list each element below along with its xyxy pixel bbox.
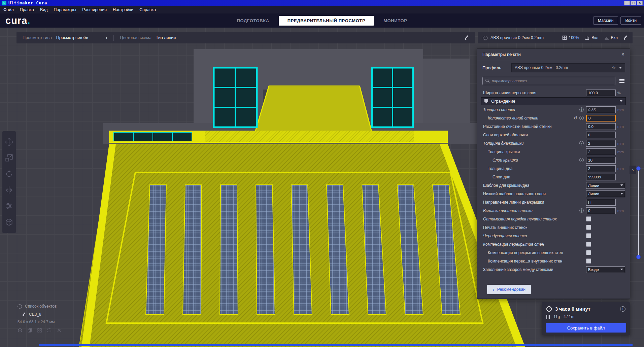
- setting-checkbox[interactable]: [586, 250, 591, 255]
- scale-tool-icon[interactable]: [5, 153, 13, 162]
- multiply-object-icon[interactable]: [37, 328, 42, 333]
- support-blocker-tool-icon[interactable]: [5, 218, 13, 227]
- setting-input[interactable]: [ ]: [586, 199, 616, 206]
- favorite-profile-icon[interactable]: ☆: [612, 65, 616, 70]
- close-window-button[interactable]: ×: [637, 1, 643, 5]
- maximize-button[interactable]: □: [631, 1, 636, 5]
- setting-input[interactable]: 100.0: [586, 90, 616, 96]
- recommended-mode-button[interactable]: ‹ Рекомендован: [487, 285, 531, 294]
- layer-slider[interactable]: [636, 166, 641, 259]
- info-icon[interactable]: i: [579, 141, 584, 145]
- move-tool-icon[interactable]: [5, 138, 13, 146]
- setting-input[interactable]: 10: [586, 157, 616, 164]
- per-model-settings-tool-icon[interactable]: [5, 202, 13, 210]
- highlighted-window-right: [372, 68, 413, 127]
- material-usage: 11g · 4.11m: [553, 314, 574, 319]
- marketplace-button[interactable]: Магазин: [593, 16, 618, 25]
- job-info-icon[interactable]: i: [620, 306, 625, 312]
- app-header: cura. ПОДГОТОВКАПРЕДВАРИТЕЛЬНЫЙ ПРОСМОТР…: [0, 13, 644, 28]
- search-input[interactable]: параметры поиска: [482, 77, 615, 85]
- model-top-band: [109, 131, 448, 143]
- layer-slider-track[interactable]: [638, 169, 639, 256]
- setting-select[interactable]: Линии: [586, 182, 625, 189]
- setting-input[interactable]: 0: [586, 207, 616, 214]
- setting-select[interactable]: Линии: [586, 190, 625, 197]
- edit-view-icon[interactable]: [464, 35, 469, 40]
- setting-input[interactable]: 2: [586, 140, 616, 147]
- menu-item-5[interactable]: Настройки: [113, 7, 133, 12]
- delete-object-icon[interactable]: [57, 328, 62, 333]
- input-value: 2: [588, 167, 590, 171]
- setting-checkbox[interactable]: [586, 258, 591, 264]
- object-list-header[interactable]: Список объектов: [18, 304, 62, 309]
- info-icon[interactable]: i: [579, 208, 584, 213]
- object-toolbar: [18, 328, 62, 333]
- tab-2[interactable]: МОНИТОР: [375, 15, 415, 26]
- setting-input[interactable]: 2: [586, 165, 616, 172]
- settings-menu-icon[interactable]: [619, 79, 624, 83]
- tab-1[interactable]: ПРЕДВАРИТЕЛЬНЫЙ ПРОСМОТР: [279, 16, 374, 26]
- collapse-chevron-icon[interactable]: ‹: [106, 34, 108, 41]
- profile-dropdown[interactable]: ABS прочный 0.2мм 0.2mm ☆: [511, 63, 625, 72]
- duplicate-object-icon[interactable]: [27, 328, 32, 333]
- rename-object-icon[interactable]: [22, 312, 26, 316]
- layer-slider-handle-top[interactable]: [636, 166, 641, 171]
- menu-item-4[interactable]: Расширения: [82, 7, 107, 12]
- menu-item-3[interactable]: Параметры: [54, 7, 76, 12]
- input-value: [ ]: [588, 200, 591, 204]
- setting-input[interactable]: 0.35: [586, 106, 616, 113]
- setting-input[interactable]: 2: [586, 148, 616, 155]
- view-type-value[interactable]: Просмотр слоёв: [56, 35, 88, 40]
- input-value: 10: [588, 158, 592, 162]
- input-value: 999999: [588, 175, 601, 179]
- setting-row: Шаблон для крышки/днаЛинии: [477, 181, 630, 189]
- save-to-file-button[interactable]: Сохранить в файл: [546, 323, 626, 333]
- menu-item-2[interactable]: Вид: [40, 7, 48, 12]
- info-icon[interactable]: i: [579, 158, 584, 162]
- menu-item-0[interactable]: Файл: [3, 7, 14, 12]
- menu-item-1[interactable]: Правка: [20, 7, 34, 12]
- close-panel-icon[interactable]: ×: [621, 52, 624, 57]
- reset-icon[interactable]: ↺: [574, 115, 577, 120]
- setting-input[interactable]: 0: [586, 115, 616, 122]
- support-value: Вкл: [591, 35, 598, 40]
- unit-label: mm: [616, 167, 625, 171]
- window-titlebar[interactable]: C Ultimaker Cura – □ ×: [0, 0, 644, 6]
- object-list-icon: [18, 304, 22, 309]
- rotate-tool-icon[interactable]: [5, 170, 13, 178]
- setting-checkbox[interactable]: [586, 216, 591, 221]
- setting-input[interactable]: 0.0: [586, 123, 616, 130]
- setting-checkbox[interactable]: [586, 242, 591, 247]
- tab-0[interactable]: ПОДГОТОВКА: [229, 15, 277, 26]
- signin-button[interactable]: Войти: [620, 16, 641, 25]
- logo-text: cura: [5, 15, 27, 26]
- print-setup-bar[interactable]: ABS прочный 0.2мм 0.2mm 100% Вкл Вкл: [478, 32, 633, 43]
- minimize-button[interactable]: –: [624, 1, 630, 5]
- settings-section-header[interactable]: Ограждение: [481, 97, 626, 105]
- color-scheme-value[interactable]: Тип линии: [156, 35, 176, 40]
- mirror-tool-icon[interactable]: [5, 186, 13, 195]
- highlighted-window-left: [214, 68, 257, 127]
- object-list-item[interactable]: CE3_8: [22, 312, 62, 317]
- setting-row: Заполнение зазоров между стенкамиВезде: [477, 265, 630, 274]
- setting-select[interactable]: Везде: [586, 266, 625, 273]
- setting-input[interactable]: 999999: [586, 174, 616, 180]
- expand-panel-chevron[interactable]: ›: [630, 166, 636, 174]
- info-icon[interactable]: i: [579, 107, 584, 112]
- setting-checkbox[interactable]: [586, 233, 591, 238]
- center-object-icon[interactable]: [18, 328, 23, 333]
- menu-item-6[interactable]: Справка: [139, 7, 156, 12]
- tool-sidebar: [2, 131, 16, 233]
- setting-row: Ширина линии первого слоя100.0%: [477, 89, 630, 97]
- input-value: 0: [588, 133, 590, 137]
- layer-slider-handle-bottom[interactable]: [636, 255, 641, 259]
- select-all-icon[interactable]: [47, 328, 52, 333]
- edit-setup-icon[interactable]: [623, 35, 628, 40]
- header-actions: Магазин Войти: [593, 16, 641, 25]
- recommended-label: Рекомендован: [497, 287, 526, 292]
- setting-input[interactable]: 0: [586, 132, 616, 138]
- model-roof: [255, 86, 372, 133]
- setting-checkbox[interactable]: [586, 225, 591, 230]
- info-icon[interactable]: i: [579, 116, 584, 120]
- chevron-down-icon: [619, 67, 622, 69]
